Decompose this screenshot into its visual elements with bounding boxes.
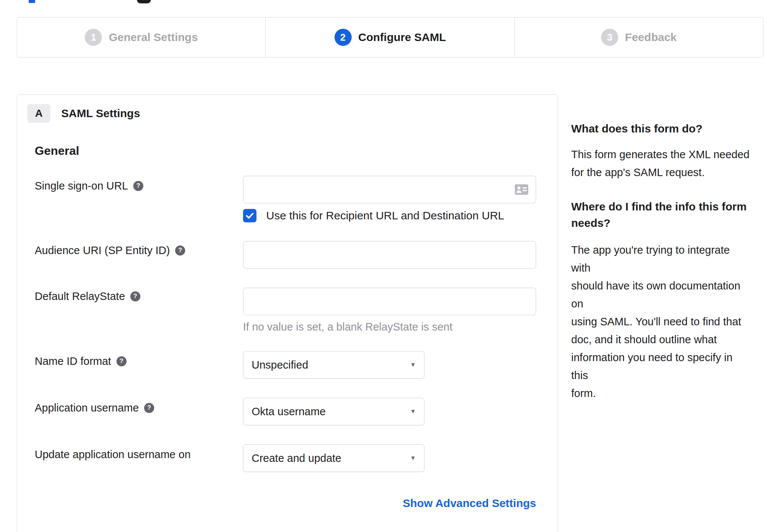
name-id-format-label-text: Name ID format — [35, 354, 111, 368]
application-username-select[interactable]: Okta username ▼ — [243, 398, 424, 425]
use-for-recipient-checkbox[interactable] — [243, 209, 256, 222]
step-2-label: Configure SAML — [358, 31, 446, 44]
chevron-down-icon: ▼ — [410, 455, 416, 461]
update-username-label: Update application username on — [35, 448, 191, 461]
panel-title: SAML Settings — [61, 104, 140, 123]
sidebar-body-where: The app you're trying to integrate with … — [571, 241, 750, 402]
sidebar-body-what: This form generates the XML needed for t… — [571, 145, 750, 181]
audience-uri-label: Audience URI (SP Entity ID) ? — [35, 244, 185, 257]
relay-state-label: Default RelayState ? — [35, 290, 140, 303]
application-username-value: Okta username — [252, 406, 326, 418]
help-icon[interactable]: ? — [175, 245, 185, 256]
saml-settings-panel: A SAML Settings General Single sign-on U… — [17, 94, 558, 532]
help-sidebar: What does this form do? This form genera… — [571, 122, 750, 402]
help-icon[interactable]: ? — [144, 403, 154, 413]
show-advanced-settings-link[interactable]: Show Advanced Settings — [403, 497, 536, 510]
name-id-format-label: Name ID format ? — [35, 354, 127, 368]
application-username-label-text: Application username — [35, 401, 139, 414]
help-icon[interactable]: ? — [133, 181, 143, 191]
sidebar-body-where-line: using SAML. You'll need to find that — [571, 313, 750, 331]
contact-card-icon — [514, 184, 529, 195]
sidebar-body-where-line: should have its own documentation on — [571, 277, 750, 313]
help-icon[interactable]: ? — [130, 291, 140, 301]
help-icon[interactable]: ? — [116, 356, 127, 366]
update-username-label-text: Update application username on — [35, 448, 191, 461]
general-section-heading: General — [35, 144, 79, 158]
name-id-format-select[interactable]: Unspecified ▼ — [243, 351, 424, 379]
sso-url-label: Single sign-on URL ? — [35, 179, 143, 193]
sidebar-body-where-line: form. — [571, 384, 750, 402]
recipient-url-checkbox-row: Use this for Recipient URL and Destinati… — [243, 209, 504, 222]
sidebar-body-what-line: for the app's SAML request. — [571, 163, 750, 181]
sidebar-heading-where-line: Where do I find the info this form — [571, 198, 750, 215]
sso-url-input[interactable] — [243, 176, 536, 203]
sidebar-body-what-line: This form generates the XML needed — [571, 145, 750, 163]
cut-off-dark-icon — [137, 0, 151, 3]
step-feedback[interactable]: 3 Feedback — [514, 18, 763, 57]
sidebar-body-where-line: The app you're trying to integrate with — [571, 241, 750, 277]
step-3-number-badge: 3 — [601, 29, 618, 46]
cut-off-accent-shape — [29, 0, 35, 3]
relay-state-hint: If no value is set, a blank RelayState i… — [243, 321, 452, 333]
application-username-label: Application username ? — [35, 401, 154, 414]
chevron-down-icon: ▼ — [410, 408, 416, 415]
step-general-settings[interactable]: 1 General Settings — [17, 18, 265, 57]
audience-uri-label-text: Audience URI (SP Entity ID) — [35, 244, 170, 257]
sidebar-heading-where: Where do I find the info this form needs… — [571, 198, 750, 231]
use-for-recipient-label: Use this for Recipient URL and Destinati… — [266, 209, 504, 222]
name-id-format-value: Unspecified — [252, 359, 308, 371]
sso-url-label-text: Single sign-on URL — [35, 179, 128, 193]
page-root: 1 General Settings 2 Configure SAML 3 Fe… — [0, 0, 781, 532]
sidebar-heading-what: What does this form do? — [571, 122, 750, 136]
relay-state-label-text: Default RelayState — [35, 290, 125, 303]
step-configure-saml[interactable]: 2 Configure SAML — [265, 18, 514, 57]
sidebar-body-where-line: information you need to specify in this — [571, 348, 750, 384]
chevron-down-icon: ▼ — [410, 362, 416, 368]
wizard-stepper: 1 General Settings 2 Configure SAML 3 Fe… — [17, 17, 763, 57]
sidebar-heading-where-line: needs? — [571, 215, 750, 231]
sso-url-input-wrap — [243, 176, 536, 203]
step-3-label: Feedback — [625, 31, 676, 44]
relay-state-input[interactable] — [243, 288, 536, 315]
audience-uri-input[interactable] — [243, 241, 536, 269]
update-username-select[interactable]: Create and update ▼ — [243, 444, 424, 472]
section-a-badge: A — [27, 104, 50, 123]
sidebar-body-where-line: doc, and it should outline what — [571, 331, 750, 348]
update-username-value: Create and update — [252, 452, 341, 464]
step-1-label: General Settings — [109, 31, 197, 44]
step-2-number-badge: 2 — [335, 29, 352, 46]
step-1-number-badge: 1 — [85, 29, 102, 46]
